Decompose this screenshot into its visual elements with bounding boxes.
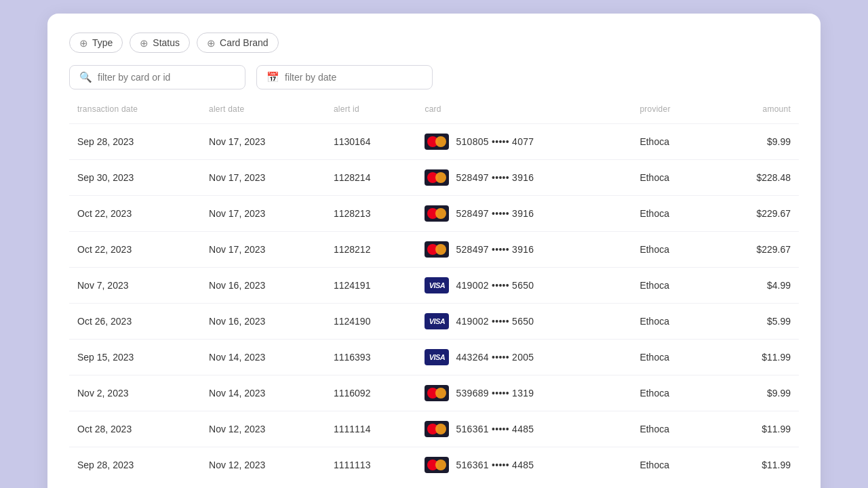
table-row[interactable]: Nov 7, 2023Nov 16, 20231124191VISA419002… [69, 268, 799, 304]
transactions-table: transaction date alert date alert id car… [69, 104, 799, 483]
table-row[interactable]: Oct 22, 2023Nov 17, 20231128213528497 ••… [69, 196, 799, 232]
cell-amount: $229.67 [712, 232, 799, 268]
cell-alert-date: Nov 17, 2023 [201, 124, 326, 160]
main-card: ⊕ Type ⊕ Status ⊕ Card Brand 🔍 📅 transac… [47, 14, 821, 488]
date-search-wrapper: 📅 [256, 65, 433, 89]
visa-logo: VISA [425, 313, 449, 329]
cell-amount: $11.99 [712, 340, 799, 375]
cell-card: 510805 ••••• 4077 [416, 124, 631, 160]
cell-transaction-date: Sep 30, 2023 [69, 160, 201, 196]
col-header-amount: amount [712, 104, 799, 124]
mastercard-logo [425, 169, 449, 186]
cell-alert-id: 1111114 [326, 411, 417, 447]
filter-buttons-row: ⊕ Type ⊕ Status ⊕ Card Brand [69, 33, 799, 53]
mastercard-logo [425, 457, 449, 473]
card-number: 419002 ••••• 5650 [456, 280, 534, 291]
cell-amount: $9.99 [712, 124, 799, 160]
plus-icon-card-brand: ⊕ [207, 38, 216, 48]
cell-card: VISA419002 ••••• 5650 [416, 268, 631, 304]
plus-icon-type: ⊕ [79, 38, 88, 48]
cell-amount: $9.99 [712, 375, 799, 411]
table-row[interactable]: Sep 15, 2023Nov 14, 20231116393VISA44326… [69, 340, 799, 375]
cell-card: 516361 ••••• 4485 [416, 411, 631, 447]
col-header-card: card [416, 104, 631, 124]
plus-icon-status: ⊕ [140, 38, 149, 48]
col-header-transaction-date: transaction date [69, 104, 201, 124]
cell-alert-date: Nov 12, 2023 [201, 411, 326, 447]
visa-logo: VISA [425, 277, 449, 293]
table-row[interactable]: Sep 28, 2023Nov 17, 20231130164510805 ••… [69, 124, 799, 160]
transactions-table-wrapper: transaction date alert date alert id car… [69, 104, 799, 483]
calendar-icon: 📅 [267, 71, 279, 83]
table-row[interactable]: Sep 30, 2023Nov 17, 20231128214528497 ••… [69, 160, 799, 196]
table-row[interactable]: Oct 28, 2023Nov 12, 20231111114516361 ••… [69, 411, 799, 447]
cell-provider: Ethoca [631, 375, 712, 411]
cell-provider: Ethoca [631, 232, 712, 268]
status-filter-button[interactable]: ⊕ Status [130, 33, 190, 53]
card-brand-filter-label: Card Brand [220, 37, 269, 48]
cell-amount: $229.67 [712, 196, 799, 232]
card-number: 516361 ••••• 4485 [456, 460, 534, 470]
card-number: 539689 ••••• 1319 [456, 388, 534, 399]
mastercard-logo [425, 205, 449, 222]
cell-transaction-date: Nov 7, 2023 [69, 268, 201, 304]
col-header-alert-date: alert date [201, 104, 326, 124]
cell-card: 528497 ••••• 3916 [416, 232, 631, 268]
visa-logo: VISA [425, 349, 449, 365]
table-row[interactable]: Nov 2, 2023Nov 14, 20231116092539689 •••… [69, 375, 799, 411]
card-number: 510805 ••••• 4077 [456, 136, 534, 147]
cell-alert-id: 1128212 [326, 232, 417, 268]
cell-amount: $5.99 [712, 304, 799, 340]
cell-provider: Ethoca [631, 411, 712, 447]
cell-alert-date: Nov 16, 2023 [201, 268, 326, 304]
cell-alert-id: 1128213 [326, 196, 417, 232]
col-header-alert-id: alert id [326, 104, 417, 124]
cell-transaction-date: Sep 28, 2023 [69, 124, 201, 160]
cell-transaction-date: Nov 2, 2023 [69, 375, 201, 411]
cell-amount: $11.99 [712, 411, 799, 447]
col-header-provider: provider [631, 104, 712, 124]
cell-amount: $4.99 [712, 268, 799, 304]
cell-alert-date: Nov 17, 2023 [201, 232, 326, 268]
cell-alert-id: 1128214 [326, 160, 417, 196]
card-number: 419002 ••••• 5650 [456, 316, 534, 327]
cell-card: 528497 ••••• 3916 [416, 160, 631, 196]
table-row[interactable]: Sep 28, 2023Nov 12, 20231111113516361 ••… [69, 447, 799, 483]
cell-alert-id: 1111113 [326, 447, 417, 483]
cell-card: VISA443264 ••••• 2005 [416, 340, 631, 375]
cell-provider: Ethoca [631, 447, 712, 483]
card-number: 528497 ••••• 3916 [456, 244, 534, 255]
cell-amount: $228.48 [712, 160, 799, 196]
table-row[interactable]: Oct 26, 2023Nov 16, 20231124190VISA41900… [69, 304, 799, 340]
cell-transaction-date: Oct 22, 2023 [69, 196, 201, 232]
card-search-input[interactable] [98, 72, 235, 83]
cell-alert-id: 1124190 [326, 304, 417, 340]
cell-provider: Ethoca [631, 160, 712, 196]
type-filter-button[interactable]: ⊕ Type [69, 33, 123, 53]
cell-alert-date: Nov 14, 2023 [201, 340, 326, 375]
cell-transaction-date: Oct 26, 2023 [69, 304, 201, 340]
cell-alert-date: Nov 14, 2023 [201, 375, 326, 411]
mastercard-logo [425, 385, 449, 401]
cell-transaction-date: Sep 28, 2023 [69, 447, 201, 483]
status-filter-label: Status [153, 37, 180, 48]
cell-alert-id: 1116393 [326, 340, 417, 375]
cell-alert-id: 1116092 [326, 375, 417, 411]
cell-transaction-date: Sep 15, 2023 [69, 340, 201, 375]
card-number: 516361 ••••• 4485 [456, 424, 534, 434]
cell-alert-id: 1124191 [326, 268, 417, 304]
card-number: 443264 ••••• 2005 [456, 352, 534, 363]
cell-card: 516361 ••••• 4485 [416, 447, 631, 483]
cell-provider: Ethoca [631, 124, 712, 160]
table-header-row: transaction date alert date alert id car… [69, 104, 799, 124]
cell-amount: $11.99 [712, 447, 799, 483]
mastercard-logo [425, 241, 449, 258]
cell-provider: Ethoca [631, 268, 712, 304]
date-search-input[interactable] [285, 72, 422, 83]
type-filter-label: Type [92, 37, 113, 48]
cell-provider: Ethoca [631, 304, 712, 340]
card-brand-filter-button[interactable]: ⊕ Card Brand [197, 33, 279, 53]
cell-alert-id: 1130164 [326, 124, 417, 160]
cell-provider: Ethoca [631, 340, 712, 375]
table-row[interactable]: Oct 22, 2023Nov 17, 20231128212528497 ••… [69, 232, 799, 268]
